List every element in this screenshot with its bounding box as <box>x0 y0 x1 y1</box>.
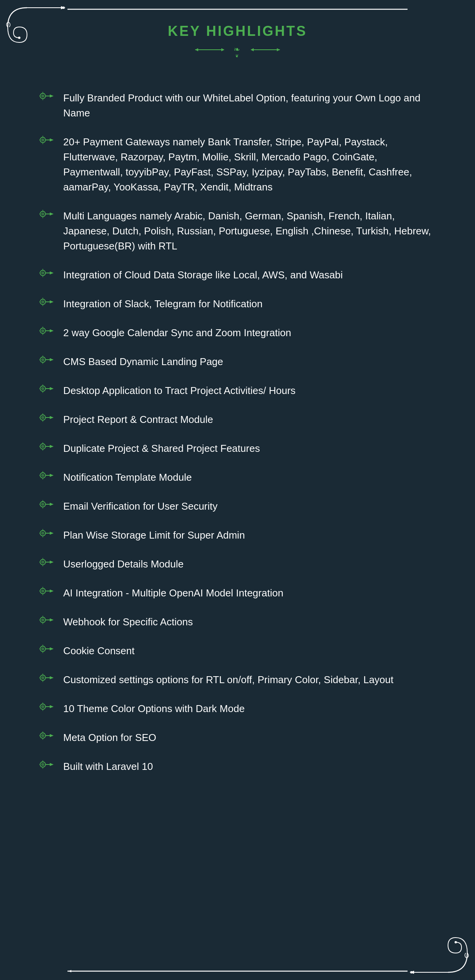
svg-marker-150 <box>50 647 54 650</box>
list-item: Email Verification for User Security <box>39 492 436 521</box>
list-item: AI Integration - Multiple OpenAI Model I… <box>39 579 436 608</box>
svg-point-132 <box>42 591 43 591</box>
list-item: Project Report & Contract Module <box>39 405 436 434</box>
list-item: CMS Based Dynamic Landing Page <box>39 347 436 376</box>
svg-marker-78 <box>50 387 54 390</box>
svg-point-108 <box>42 504 43 505</box>
svg-marker-166 <box>50 705 54 708</box>
item-text: AI Integration - Multiple OpenAI Model I… <box>63 586 283 601</box>
list-item: Meta Option for SEO <box>39 723 436 752</box>
bullet-icon <box>39 209 54 221</box>
header-section: KEY HIGHLIGHTS ❧ ❦ <box>31 15 444 61</box>
bullet-icon <box>39 702 54 714</box>
svg-marker-182 <box>50 763 54 766</box>
svg-marker-118 <box>50 532 54 535</box>
svg-marker-110 <box>50 503 54 506</box>
svg-marker-22 <box>50 94 54 98</box>
item-text: Customized settings options for RTL on/o… <box>63 672 394 687</box>
svg-point-20 <box>42 96 43 96</box>
svg-marker-126 <box>50 561 54 564</box>
bullet-icon <box>39 326 54 338</box>
svg-point-124 <box>42 562 43 562</box>
svg-text:❧: ❧ <box>234 45 242 54</box>
bullet-icon <box>39 615 54 627</box>
svg-marker-54 <box>50 300 54 303</box>
svg-marker-9 <box>68 970 71 972</box>
svg-point-172 <box>42 735 43 736</box>
item-text: Built with Laravel 10 <box>63 759 153 774</box>
list-item: 2 way Google Calendar Sync and Zoom Inte… <box>39 318 436 347</box>
list-item: Duplicate Project & Shared Project Featu… <box>39 434 436 463</box>
bullet-icon <box>39 471 54 482</box>
bullet-icon <box>39 500 54 511</box>
list-item: Plan Wise Storage Limit for Super Admin <box>39 521 436 550</box>
svg-marker-94 <box>50 445 54 448</box>
svg-marker-38 <box>50 212 54 216</box>
item-text: Multi Languages namely Arabic, Danish, G… <box>63 209 436 254</box>
svg-point-148 <box>42 648 43 649</box>
bullet-icon <box>39 355 54 367</box>
list-item: Multi Languages namely Arabic, Danish, G… <box>39 202 436 261</box>
svg-point-6 <box>455 941 457 943</box>
svg-point-28 <box>42 140 43 140</box>
svg-marker-62 <box>50 329 54 332</box>
item-text: Plan Wise Storage Limit for Super Admin <box>63 528 245 543</box>
svg-point-68 <box>42 359 43 360</box>
list-item: Webhook for Specific Actions <box>39 608 436 636</box>
svg-marker-134 <box>50 589 54 593</box>
top-line <box>67 8 408 10</box>
list-item: Fully Branded Product with our WhiteLabe… <box>39 84 436 128</box>
svg-point-76 <box>42 388 43 389</box>
svg-marker-30 <box>50 138 54 141</box>
list-item: Integration of Cloud Data Storage like L… <box>39 261 436 290</box>
list-item: Customized settings options for RTL on/o… <box>39 665 436 694</box>
item-text: CMS Based Dynamic Landing Page <box>63 354 223 369</box>
item-text: Webhook for Specific Actions <box>63 615 193 630</box>
corner-top-left <box>4 4 66 50</box>
list-item: 10 Theme Color Options with Dark Mode <box>39 694 436 723</box>
bullet-icon <box>39 673 54 685</box>
svg-point-36 <box>42 214 43 214</box>
bullet-icon <box>39 644 54 656</box>
item-text: Notification Template Module <box>63 470 192 485</box>
highlights-list: Fully Branded Product with our WhiteLabe… <box>39 84 436 781</box>
svg-marker-12 <box>195 48 198 51</box>
item-text: Email Verification for User Security <box>63 499 217 514</box>
svg-marker-17 <box>277 48 280 51</box>
page-wrapper: KEY HIGHLIGHTS ❧ ❦ <box>0 0 475 980</box>
list-item: Built with Laravel 10 <box>39 752 436 781</box>
item-text: Project Report & Contract Module <box>63 412 213 427</box>
svg-point-156 <box>42 677 43 678</box>
svg-point-52 <box>42 301 43 302</box>
svg-point-60 <box>42 330 43 331</box>
svg-point-44 <box>42 273 43 273</box>
bullet-icon <box>39 557 54 569</box>
header-ornament: ❧ ❦ <box>31 45 444 61</box>
item-text: Desktop Application to Tract Project Act… <box>63 383 296 398</box>
item-text: Duplicate Project & Shared Project Featu… <box>63 441 260 456</box>
item-text: Integration of Cloud Data Storage like L… <box>63 268 343 283</box>
svg-marker-158 <box>50 676 54 679</box>
svg-marker-46 <box>50 271 54 274</box>
bottom-line <box>67 970 408 972</box>
bullet-icon <box>39 297 54 309</box>
item-text: 2 way Google Calendar Sync and Zoom Inte… <box>63 325 291 340</box>
svg-text:❦: ❦ <box>235 54 240 58</box>
bullet-icon <box>39 268 54 280</box>
bullet-icon <box>39 91 54 103</box>
bullet-icon <box>39 384 54 396</box>
list-item: Userlogged Details Module <box>39 550 436 579</box>
list-item: Desktop Application to Tract Project Act… <box>39 376 436 405</box>
svg-point-100 <box>42 475 43 476</box>
svg-point-164 <box>42 706 43 707</box>
corner-bottom-right <box>409 930 471 976</box>
svg-marker-142 <box>50 618 54 621</box>
list-item: Cookie Consent <box>39 636 436 665</box>
svg-point-180 <box>42 764 43 765</box>
bullet-icon <box>39 442 54 453</box>
svg-point-1 <box>18 37 20 39</box>
svg-marker-86 <box>50 416 54 419</box>
bullet-icon <box>39 529 54 540</box>
list-item: Notification Template Module <box>39 463 436 492</box>
page-title: KEY HIGHLIGHTS <box>31 23 444 39</box>
